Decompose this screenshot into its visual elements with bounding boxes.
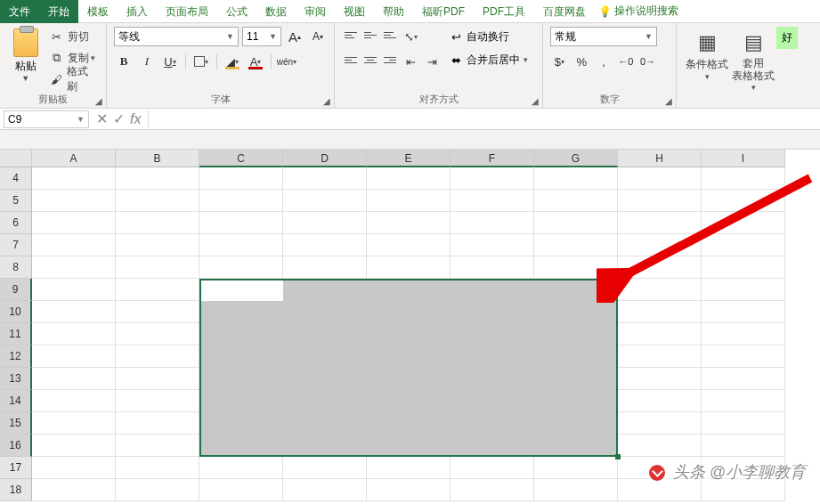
align-bottom-button[interactable] [381,27,399,43]
font-color-button[interactable]: A▾ [246,52,265,71]
cell[interactable] [367,212,451,234]
cell[interactable] [283,457,367,479]
cell[interactable] [367,256,451,279]
cell[interactable] [116,412,199,435]
row-header-5[interactable]: 5 [0,190,32,212]
formula-input[interactable] [148,110,820,128]
cell[interactable] [534,212,618,234]
cell[interactable] [534,234,618,256]
cell[interactable] [702,345,785,368]
row-header-11[interactable]: 11 [0,323,32,345]
align-right-button[interactable] [381,52,399,68]
wrap-text-button[interactable]: ↩ 自动换行 [449,27,528,46]
format-painter-button[interactable]: 🖌 格式刷 [50,69,99,89]
tab-view[interactable]: 视图 [335,0,374,23]
cell[interactable] [367,234,451,256]
cell[interactable] [702,234,785,256]
tab-template[interactable]: 模板 [78,0,118,23]
cell[interactable] [116,234,199,256]
cell[interactable] [451,212,534,234]
cell[interactable] [702,256,785,279]
cell[interactable] [32,390,116,412]
orientation-button[interactable]: ⤡▾ [401,27,420,46]
enter-button[interactable]: ✓ [113,110,125,127]
cell[interactable] [116,435,199,457]
row-header-12[interactable]: 12 [0,345,32,368]
cell[interactable] [618,256,702,279]
row-header-10[interactable]: 10 [0,301,32,323]
cell[interactable] [32,435,116,457]
tab-data[interactable]: 数据 [256,0,296,23]
tab-page-layout[interactable]: 页面布局 [157,0,217,23]
cell[interactable] [116,479,199,501]
cell[interactable] [32,190,116,212]
cell[interactable] [32,234,116,256]
cell[interactable] [116,212,199,234]
cell[interactable] [702,190,785,212]
col-header-A[interactable]: A [32,150,116,167]
cell[interactable] [283,256,367,279]
col-header-D[interactable]: D [283,150,367,167]
cell[interactable] [534,457,618,479]
indent-decrease-button[interactable]: ⇤ [401,52,420,71]
col-header-F[interactable]: F [451,150,534,167]
phonetic-button[interactable]: wén▾ [277,52,296,71]
align-top-button[interactable] [342,27,360,43]
font-name-combo[interactable]: 等线 ▼ [114,27,239,46]
cell[interactable] [451,256,534,279]
cell[interactable] [534,167,618,190]
style-good-button[interactable]: 好 [776,27,798,49]
bold-button[interactable]: B [114,52,134,71]
cell[interactable] [116,390,199,412]
tab-pdf-tools[interactable]: PDF工具 [474,0,534,23]
italic-button[interactable]: I [137,52,157,71]
cell[interactable] [618,390,702,412]
align-center-button[interactable] [361,52,379,68]
cut-button[interactable]: ✂ 剪切 [50,27,99,46]
merge-center-button[interactable]: ⬌ 合并后居中 ▾ [449,50,528,69]
row-header-14[interactable]: 14 [0,390,32,412]
cell[interactable] [618,234,702,256]
conditional-format-button[interactable]: ▦ 条件格式 ▾ [684,27,730,81]
cell[interactable] [618,345,702,368]
cell[interactable] [702,390,785,412]
cell[interactable] [32,212,116,234]
row-header-16[interactable]: 16 [0,435,32,457]
cell[interactable] [702,212,785,234]
paste-button[interactable]: 粘贴 ▼ [7,27,45,83]
number-format-combo[interactable]: 常规 ▼ [550,27,657,46]
cell[interactable] [618,190,702,212]
borders-button[interactable]: ▾ [191,52,211,71]
col-header-E[interactable]: E [367,150,451,167]
cell[interactable] [367,457,451,479]
increase-decimal-button[interactable]: ←0 [616,52,635,71]
cell[interactable] [199,256,283,279]
cell[interactable] [116,256,199,279]
cell[interactable] [32,457,116,479]
cell[interactable] [199,234,283,256]
fill-handle[interactable] [615,454,621,459]
cell[interactable] [534,256,618,279]
row-header-7[interactable]: 7 [0,234,32,256]
row-header-6[interactable]: 6 [0,212,32,234]
cell[interactable] [702,435,785,457]
tab-foxit-pdf[interactable]: 福昕PDF [413,0,474,23]
dialog-launcher-font[interactable]: ◢ [321,96,332,107]
align-left-button[interactable] [342,52,360,68]
indent-increase-button[interactable]: ⇥ [422,52,442,71]
cell[interactable] [618,435,702,457]
cell[interactable] [702,167,785,190]
row-header-17[interactable]: 17 [0,457,32,479]
tab-baidu-pan[interactable]: 百度网盘 [534,0,595,23]
cell[interactable] [618,212,702,234]
cell[interactable] [618,412,702,435]
cell[interactable] [32,279,116,301]
cell[interactable] [283,479,367,501]
row-header-15[interactable]: 15 [0,412,32,435]
tab-home[interactable]: 开始 [39,0,78,23]
col-header-H[interactable]: H [618,150,702,167]
tab-help[interactable]: 帮助 [374,0,413,23]
cell[interactable] [32,412,116,435]
cell[interactable] [702,323,785,345]
cell[interactable] [32,256,116,279]
